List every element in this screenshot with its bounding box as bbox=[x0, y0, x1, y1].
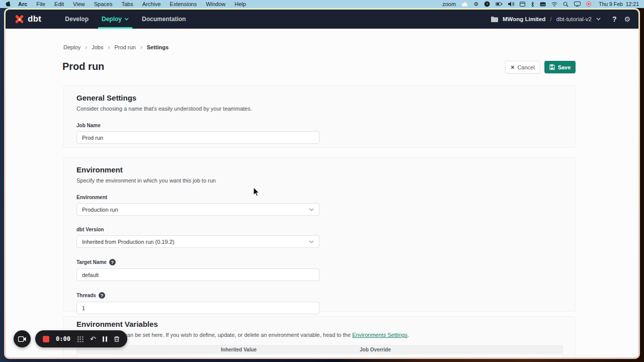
environment-select-value: Production run bbox=[82, 207, 118, 213]
delete-recording-icon[interactable] bbox=[114, 336, 120, 342]
project-name[interactable]: dbt-tutorial-v2 bbox=[556, 16, 592, 22]
chevron-down-icon bbox=[309, 208, 314, 211]
video-camera-icon bbox=[18, 336, 26, 342]
project-chevron-down-icon[interactable] bbox=[596, 18, 601, 21]
environment-label: Environment bbox=[76, 195, 319, 200]
settings-menu-icon[interactable]: ⚙ bbox=[473, 2, 478, 7]
save-icon bbox=[549, 64, 555, 70]
volume-icon[interactable] bbox=[508, 2, 514, 7]
recording-timer: 0:00 bbox=[56, 335, 70, 342]
menubar-item-file[interactable]: File bbox=[32, 1, 50, 7]
threads-field-group: Threads ? bbox=[76, 292, 319, 314]
browser-window: dbt Develop Deploy Documentation bbox=[4, 8, 640, 359]
menubar-item-spaces[interactable]: Spaces bbox=[90, 1, 117, 7]
page-title: Prod run bbox=[62, 61, 104, 72]
menubar-item-archive[interactable]: Archive bbox=[138, 1, 166, 7]
calendar-icon[interactable] bbox=[520, 2, 525, 7]
camera-bubble-button[interactable] bbox=[14, 330, 31, 347]
environment-description: Specify the environment in which you wan… bbox=[76, 177, 562, 184]
environment-select[interactable]: Production run bbox=[76, 203, 319, 216]
dbt-version-select-value: Inherited from Production run (0.19.2) bbox=[82, 239, 174, 245]
menubar-item-view[interactable]: View bbox=[68, 1, 90, 7]
chevron-down-icon bbox=[309, 240, 314, 243]
nav-right: MWong Limited / dbt-tutorial-v2 ? ⚙ bbox=[491, 15, 630, 23]
cancel-button[interactable]: × Cancel bbox=[505, 61, 540, 73]
target-name-help-icon[interactable]: ? bbox=[109, 259, 116, 265]
column-header-job-override: Job Override bbox=[360, 347, 391, 352]
nav-item-develop[interactable]: Develop bbox=[58, 10, 95, 29]
table-row bbox=[77, 354, 562, 357]
settings-page: Deploy › Jobs › Prod run › Settings Prod… bbox=[6, 29, 638, 357]
dbt-brand-name: dbt bbox=[28, 14, 41, 24]
menubar-clock[interactable]: Thu 9 Feb 12:21 bbox=[599, 1, 639, 7]
drag-handle-icon[interactable] bbox=[77, 336, 84, 342]
menubar-item-tabs[interactable]: Tabs bbox=[117, 1, 137, 7]
search-icon[interactable] bbox=[563, 2, 569, 7]
dbt-version-label: dbt Version bbox=[76, 227, 319, 232]
job-name-field-group: Job Name bbox=[76, 123, 319, 144]
apple-menu-icon[interactable] bbox=[5, 1, 11, 8]
nav-item-develop-label: Develop bbox=[65, 16, 89, 23]
help-button[interactable]: ? bbox=[612, 15, 617, 23]
threads-label-text: Threads bbox=[76, 293, 96, 298]
menubar-item-window[interactable]: Window bbox=[201, 1, 230, 7]
svg-text:esa: esa bbox=[541, 3, 545, 6]
restart-recording-icon[interactable]: ↶ bbox=[90, 335, 96, 342]
battery-icon[interactable] bbox=[496, 2, 503, 6]
threads-help-icon[interactable]: ? bbox=[99, 292, 105, 299]
breadcrumb-deploy[interactable]: Deploy bbox=[63, 44, 80, 50]
environment-heading: Environment bbox=[76, 165, 562, 174]
target-name-label-text: Target Name bbox=[76, 259, 107, 265]
account-project-separator: / bbox=[550, 16, 551, 22]
nav-item-documentation[interactable]: Documentation bbox=[135, 10, 192, 29]
save-button[interactable]: Save bbox=[544, 61, 576, 73]
menubar-status-area: zoom ⚙ esa bbox=[442, 1, 639, 7]
input-source-icon[interactable]: esa bbox=[540, 2, 546, 7]
dbt-brand[interactable]: dbt bbox=[14, 14, 41, 25]
display-icon[interactable] bbox=[574, 2, 581, 7]
zoom-status-label[interactable]: zoom bbox=[442, 2, 456, 7]
menubar-item-extensions[interactable]: Extensions bbox=[165, 1, 201, 7]
threads-input[interactable] bbox=[76, 302, 319, 314]
general-settings-description: Consider choosing a name that's easily u… bbox=[76, 106, 562, 112]
breadcrumb-settings: Settings bbox=[147, 44, 169, 50]
breadcrumb: Deploy › Jobs › Prod run › Settings bbox=[63, 44, 169, 51]
pause-recording-button[interactable] bbox=[103, 336, 107, 342]
recording-toolbar: 0:00 ↶ bbox=[35, 330, 127, 347]
breadcrumb-separator-icon: › bbox=[140, 44, 142, 51]
dbt-version-select[interactable]: Inherited from Production run (0.19.2) bbox=[76, 235, 319, 248]
breadcrumb-prod-run[interactable]: Prod run bbox=[115, 44, 136, 50]
wifi-icon[interactable] bbox=[551, 2, 557, 7]
nav-item-deploy[interactable]: Deploy bbox=[95, 10, 135, 29]
environment-field-group: Environment Production run bbox=[76, 195, 319, 216]
menubar-item-edit[interactable]: Edit bbox=[50, 1, 68, 7]
job-name-label: Job Name bbox=[76, 123, 319, 128]
target-name-label: Target Name ? bbox=[76, 259, 319, 265]
stop-recording-button[interactable] bbox=[43, 336, 49, 342]
record-dot-icon[interactable] bbox=[586, 2, 591, 7]
breadcrumb-separator-icon: › bbox=[108, 44, 110, 51]
dbt-navbar: dbt Develop Deploy Documentation bbox=[6, 10, 638, 29]
bluetooth-icon[interactable] bbox=[531, 2, 534, 7]
job-name-input[interactable] bbox=[76, 131, 319, 144]
browser-viewport: dbt Develop Deploy Documentation bbox=[6, 10, 638, 357]
breadcrumb-jobs[interactable]: Jobs bbox=[92, 44, 103, 50]
environment-variables-table: Inherited Value Job Override bbox=[76, 345, 563, 357]
environments-settings-link[interactable]: Environments Settings bbox=[352, 332, 408, 338]
folder-icon bbox=[491, 17, 498, 22]
environment-variables-heading: Environment Variables bbox=[76, 320, 562, 328]
target-name-input[interactable] bbox=[76, 268, 319, 281]
general-settings-card: General Settings Consider choosing a nam… bbox=[63, 85, 576, 148]
account-name[interactable]: MWong Limited bbox=[503, 16, 545, 22]
general-settings-heading: General Settings bbox=[76, 94, 562, 102]
column-header-inherited-value: Inherited Value bbox=[221, 347, 257, 352]
weather-icon[interactable] bbox=[461, 2, 468, 7]
target-name-field-group: Target Name ? bbox=[76, 259, 319, 281]
gear-icon[interactable]: ⚙ bbox=[624, 15, 630, 23]
macos-menubar: Arc File Edit View Spaces Tabs Archive E… bbox=[0, 0, 644, 8]
close-icon: × bbox=[511, 64, 514, 71]
save-button-label: Save bbox=[558, 64, 571, 70]
menubar-item-help[interactable]: Help bbox=[230, 1, 251, 7]
menubar-item-arc[interactable]: Arc bbox=[14, 1, 32, 7]
clock-menu-icon[interactable] bbox=[484, 1, 490, 7]
